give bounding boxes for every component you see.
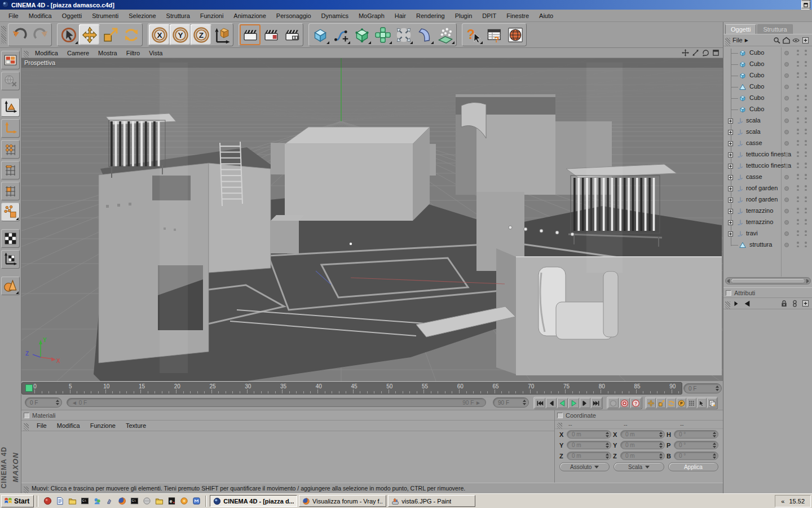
next-frame-button[interactable] bbox=[580, 398, 590, 408]
object-row[interactable]: scala bbox=[723, 115, 812, 126]
visibility-toggles[interactable] bbox=[797, 129, 799, 136]
viewport-menu-filtro[interactable]: Filtro bbox=[122, 49, 144, 58]
add-button[interactable] bbox=[802, 300, 809, 307]
viewport-scene[interactable]: Y X Z bbox=[21, 58, 723, 381]
texture-axis-button[interactable] bbox=[1, 250, 20, 269]
object-name[interactable]: Cubo bbox=[749, 72, 764, 78]
coord-field[interactable]: 0 m bbox=[567, 430, 611, 439]
materials-menu-funzione[interactable]: Funzione bbox=[85, 421, 121, 431]
render-toggles[interactable] bbox=[805, 117, 807, 125]
quicklaunch-blue-app[interactable] bbox=[190, 496, 202, 507]
coord-field[interactable]: 0 m bbox=[620, 441, 665, 449]
expand-toggle[interactable] bbox=[728, 208, 733, 215]
object-name[interactable]: roof garden bbox=[746, 196, 778, 203]
play-backward-button[interactable] bbox=[557, 398, 568, 408]
visibility-toggles[interactable] bbox=[797, 95, 799, 102]
model-disabled-button[interactable] bbox=[1, 72, 20, 90]
position-mode-dropdown[interactable]: Assoluto bbox=[559, 462, 610, 471]
layer-dot[interactable] bbox=[784, 186, 789, 191]
visibility-toggles[interactable] bbox=[797, 163, 799, 170]
tab-oggetti[interactable]: Oggetti bbox=[725, 24, 756, 34]
object-row[interactable]: roof garden bbox=[723, 183, 812, 194]
visibility-toggles[interactable] bbox=[797, 230, 799, 238]
modifiers-button[interactable] bbox=[372, 24, 393, 45]
coord-field[interactable]: 0 m bbox=[620, 430, 665, 439]
object-row[interactable]: terrazzino bbox=[723, 205, 812, 217]
search-button[interactable] bbox=[773, 37, 780, 44]
viewport-menu-vista[interactable]: Vista bbox=[144, 49, 167, 58]
rotate-view-button[interactable] bbox=[702, 49, 709, 56]
goto-end-button[interactable] bbox=[591, 398, 602, 408]
scroll-left-icon[interactable] bbox=[727, 279, 730, 283]
object-name[interactable]: scala bbox=[746, 128, 761, 135]
key-grid-button[interactable] bbox=[687, 398, 696, 408]
menu-dpit[interactable]: DPIT bbox=[477, 11, 501, 21]
task-visualizza-forum-vray-f-[interactable]: Visualizza forum - Vray f... bbox=[299, 495, 386, 507]
win-max-button[interactable] bbox=[801, 1, 810, 8]
object-name[interactable]: terrazzino bbox=[746, 207, 773, 214]
render-toggles[interactable] bbox=[805, 106, 807, 113]
object-row[interactable]: Cubo bbox=[723, 81, 812, 93]
object-name[interactable]: Cubo bbox=[749, 60, 764, 67]
viewport-menu-camere[interactable]: Camere bbox=[63, 49, 94, 58]
object-name[interactable]: scala bbox=[746, 117, 761, 124]
object-row[interactable]: travi bbox=[723, 228, 812, 239]
menu-funzioni[interactable]: Funzioni bbox=[195, 11, 229, 21]
point-mode-button[interactable] bbox=[1, 140, 20, 159]
quicklaunch-red-app[interactable] bbox=[41, 496, 54, 507]
object-row[interactable]: casse bbox=[723, 138, 812, 149]
quicklaunch-firefox[interactable] bbox=[116, 496, 128, 507]
snap-button[interactable] bbox=[1, 277, 20, 295]
layer-dot[interactable] bbox=[784, 130, 789, 134]
home-button[interactable] bbox=[783, 37, 790, 44]
texture-mode-button[interactable] bbox=[1, 229, 20, 248]
key-scale-button[interactable] bbox=[656, 398, 666, 408]
move-button[interactable] bbox=[79, 24, 100, 45]
axis-y-button[interactable]: Y bbox=[170, 24, 191, 45]
timeline-playhead[interactable] bbox=[25, 384, 33, 392]
range-start-handle[interactable]: ◄ 0 F bbox=[72, 400, 87, 406]
object-row[interactable]: Cubo bbox=[723, 59, 812, 70]
object-manager-hscrollbar[interactable] bbox=[725, 277, 811, 284]
materials-menu-texture[interactable]: Texture bbox=[121, 421, 151, 431]
materials-menu-file[interactable]: File bbox=[32, 421, 52, 431]
materials-panel-checkbox[interactable] bbox=[24, 413, 29, 418]
object-row[interactable]: struttura bbox=[723, 239, 812, 251]
object-axis-button[interactable] bbox=[1, 119, 20, 138]
visibility-toggles[interactable] bbox=[797, 140, 799, 147]
pan-button[interactable] bbox=[682, 49, 689, 56]
quicklaunch-terminal-2[interactable]: C:\ bbox=[128, 496, 140, 507]
coordinates-panel-checkbox[interactable] bbox=[557, 413, 563, 418]
viewport-menu-modifica[interactable]: Modifica bbox=[30, 49, 63, 58]
layer-dot[interactable] bbox=[784, 198, 789, 202]
visibility-toggles[interactable] bbox=[797, 50, 799, 57]
menu-selezione[interactable]: Selezione bbox=[123, 11, 161, 21]
ffd-button[interactable] bbox=[393, 24, 414, 45]
visibility-toggles[interactable] bbox=[797, 196, 799, 204]
object-name[interactable]: Cubo bbox=[749, 83, 764, 90]
object-name[interactable]: Cubo bbox=[749, 94, 764, 101]
end-frame-field[interactable]: 90 F bbox=[493, 397, 529, 408]
render-toggles[interactable] bbox=[805, 95, 807, 102]
toolbar-drag-handle[interactable] bbox=[1, 26, 6, 43]
object-name[interactable]: travi bbox=[746, 230, 758, 237]
render-toggles[interactable] bbox=[805, 242, 807, 249]
eye-button[interactable] bbox=[792, 37, 800, 44]
spline-button[interactable] bbox=[330, 24, 351, 45]
layer-dot[interactable] bbox=[784, 51, 789, 55]
render-toggles[interactable] bbox=[805, 219, 807, 226]
key-parameter-button[interactable]: P bbox=[677, 398, 686, 408]
object-row[interactable]: tettuccio finestra bbox=[723, 149, 812, 160]
arrow-right-small-button[interactable] bbox=[732, 300, 739, 307]
visibility-toggles[interactable] bbox=[797, 84, 799, 91]
render-toggles[interactable] bbox=[805, 185, 807, 192]
key-rotation-button[interactable] bbox=[667, 398, 676, 408]
materials-list-empty[interactable] bbox=[21, 431, 554, 481]
object-manager-file-menu[interactable]: File bbox=[732, 37, 743, 43]
scale-button[interactable] bbox=[100, 24, 121, 45]
prev-frame-button[interactable] bbox=[546, 398, 557, 408]
object-name[interactable]: Cubo bbox=[749, 49, 764, 56]
edge-mode-button[interactable] bbox=[1, 161, 20, 179]
render-view-button[interactable] bbox=[240, 24, 261, 45]
quicklaunch-folder-2[interactable] bbox=[153, 496, 165, 507]
